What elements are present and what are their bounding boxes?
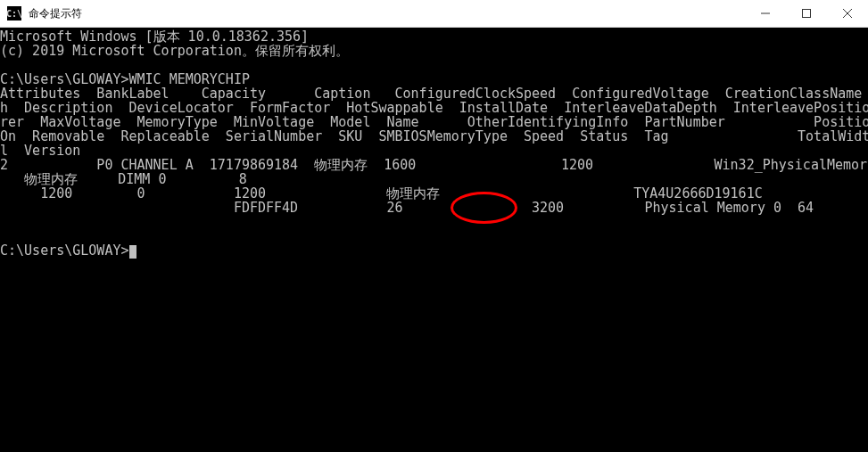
cursor (129, 245, 136, 259)
maximize-button[interactable] (786, 0, 827, 27)
minimize-button[interactable] (745, 0, 786, 27)
close-button[interactable] (827, 0, 868, 27)
window-title: 命令提示符 (29, 6, 745, 21)
highlight-ellipse-icon (451, 192, 517, 224)
terminal-content: Microsoft Windows [版本 10.0.18362.356] (c… (0, 29, 868, 258)
terminal-area[interactable]: Microsoft Windows [版本 10.0.18362.356] (c… (0, 28, 868, 452)
prompt-path: C:\Users\GLOWAY> (0, 242, 129, 259)
output-data-line: FDFDFF4D 26 3200 Physical Memory 0 64 16… (0, 200, 868, 216)
window-titlebar: C:\ 命令提示符 (0, 0, 868, 28)
cmd-icon: C:\ (7, 6, 21, 21)
output-header-line: On Removable Replaceable SerialNumber SK… (0, 128, 868, 144)
window-controls (745, 0, 868, 27)
svg-rect-1 (803, 10, 811, 18)
copyright-line: (c) 2019 Microsoft Corporation。保留所有权利。 (0, 43, 349, 59)
